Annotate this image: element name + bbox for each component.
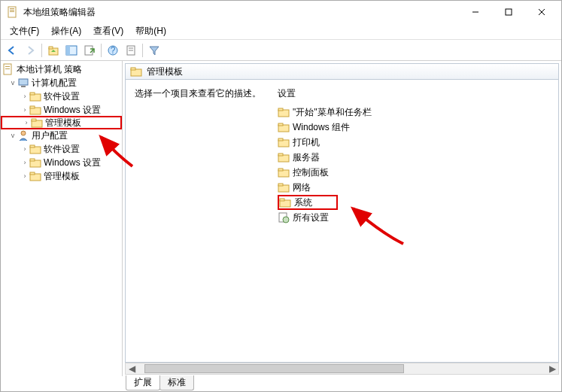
column-header[interactable]: 设置 (278, 87, 549, 100)
show-hide-tree-button[interactable] (63, 42, 80, 59)
tree-comp-software[interactable]: › 软件设置 (1, 90, 122, 103)
detail-title: 管理模板 (147, 65, 183, 78)
setting-item-start-menu[interactable]: "开始"菜单和任务栏 (278, 105, 549, 120)
tree-label: 本地计算机 策略 (17, 63, 82, 76)
tree-label: 计算机配置 (32, 77, 77, 90)
tree-comp-windows[interactable]: › Windows 设置 (1, 103, 122, 117)
forward-button[interactable] (22, 42, 38, 59)
folder-icon (29, 156, 41, 169)
svg-rect-22 (21, 86, 26, 87)
setting-item-printers[interactable]: 打印机 (278, 135, 549, 150)
svg-rect-21 (19, 79, 28, 85)
setting-label: 打印机 (293, 136, 320, 149)
minimize-button[interactable] (459, 2, 492, 23)
folder-icon (130, 65, 142, 77)
setting-label: 系统 (294, 196, 312, 209)
folder-icon (29, 90, 41, 102)
folder-icon (278, 166, 290, 178)
folder-icon (278, 181, 290, 193)
folder-icon (279, 196, 291, 208)
svg-rect-35 (30, 172, 35, 175)
folder-icon (29, 143, 41, 155)
toolbar-separator (101, 44, 102, 57)
setting-item-control-panel[interactable]: 控制面板 (278, 165, 549, 180)
tree-label: 管理模板 (44, 170, 80, 183)
svg-rect-49 (278, 184, 283, 186)
export-list-button[interactable] (81, 42, 98, 59)
svg-rect-12 (85, 46, 93, 55)
back-button[interactable] (4, 42, 20, 59)
setting-item-network[interactable]: 网络 (278, 180, 549, 195)
svg-rect-41 (278, 123, 283, 126)
settings-list[interactable]: 设置 "开始"菜单和任务栏 Windows 组件 打印机 服务器 (273, 84, 554, 357)
menu-file[interactable]: 文件(F) (4, 23, 45, 39)
setting-label: 服务器 (293, 151, 320, 164)
menu-view[interactable]: 查看(V) (87, 23, 129, 39)
setting-item-windows-components[interactable]: Windows 组件 (278, 120, 549, 135)
expand-icon[interactable]: › (20, 172, 29, 180)
tree-user-config[interactable]: v 用户配置 (1, 129, 122, 142)
svg-rect-39 (278, 108, 283, 111)
window-titlebar: 本地组策略编辑器 (1, 1, 561, 23)
setting-item-system[interactable]: 系统 (278, 195, 338, 210)
tree-label: 用户配置 (32, 129, 68, 142)
expand-icon[interactable]: › (20, 106, 29, 114)
svg-rect-28 (32, 119, 36, 121)
folder-icon (31, 117, 43, 129)
svg-rect-3 (10, 11, 14, 12)
up-button[interactable] (45, 42, 62, 59)
tree-user-software[interactable]: › 软件设置 (1, 142, 122, 156)
folder-icon (29, 170, 41, 182)
scroll-right-icon[interactable]: ▶ (546, 363, 558, 374)
tree-label: Windows 设置 (44, 104, 101, 117)
expand-icon[interactable]: › (20, 145, 29, 153)
toolbar-separator (41, 44, 42, 57)
folder-icon (278, 106, 290, 118)
svg-rect-51 (280, 199, 284, 201)
svg-rect-9 (49, 47, 53, 49)
scroll-thumb[interactable] (144, 364, 404, 373)
tree-root[interactable]: 本地计算机 策略 (1, 62, 122, 76)
svg-rect-33 (30, 159, 35, 161)
setting-item-all-settings[interactable]: 所有设置 (278, 210, 549, 225)
horizontal-scrollbar[interactable]: ◀ ▶ (125, 363, 559, 375)
folder-icon (29, 104, 41, 116)
setting-label: Windows 组件 (293, 121, 350, 134)
svg-point-53 (283, 217, 289, 223)
tab-standard[interactable]: 标准 (159, 375, 194, 390)
expand-icon[interactable]: › (20, 93, 29, 100)
tree-label: 软件设置 (44, 90, 80, 103)
filter-button[interactable] (146, 42, 163, 59)
svg-rect-5 (506, 9, 512, 15)
scroll-left-icon[interactable]: ◀ (126, 363, 138, 374)
tree-computer-config[interactable]: v 计算机配置 (1, 76, 122, 90)
svg-rect-20 (5, 68, 10, 69)
policy-icon (2, 63, 14, 75)
help-button[interactable]: ? (105, 42, 121, 59)
menu-action[interactable]: 操作(A) (45, 23, 87, 39)
computer-icon (17, 77, 29, 89)
folder-icon (278, 151, 290, 163)
collapse-icon[interactable]: v (8, 132, 17, 139)
svg-rect-1 (10, 8, 14, 9)
tree-comp-admin-templates[interactable]: › 管理模板 (1, 116, 122, 129)
expand-icon[interactable]: › (20, 159, 29, 166)
tree-panel[interactable]: 本地计算机 策略 v 计算机配置 › 软件设置 › Windows 设置 › 管… (1, 61, 123, 376)
tab-extended[interactable]: 扩展 (126, 375, 160, 390)
properties-button[interactable] (123, 42, 139, 59)
tree-user-windows[interactable]: › Windows 设置 (1, 156, 122, 169)
setting-item-servers[interactable]: 服务器 (278, 150, 549, 165)
expand-icon[interactable]: › (22, 119, 31, 126)
maximize-button[interactable] (492, 2, 525, 23)
svg-rect-31 (30, 145, 35, 147)
menubar: 文件(F) 操作(A) 查看(V) 帮助(H) (1, 23, 561, 40)
close-button[interactable] (525, 2, 558, 23)
svg-rect-26 (30, 106, 35, 108)
user-icon (17, 129, 29, 141)
menu-help[interactable]: 帮助(H) (129, 23, 172, 39)
svg-rect-19 (5, 66, 10, 67)
collapse-icon[interactable]: v (8, 79, 17, 87)
description-text: 选择一个项目来查看它的描述。 (135, 87, 269, 100)
folder-icon (278, 136, 290, 148)
tree-user-admin-templates[interactable]: › 管理模板 (1, 169, 122, 183)
